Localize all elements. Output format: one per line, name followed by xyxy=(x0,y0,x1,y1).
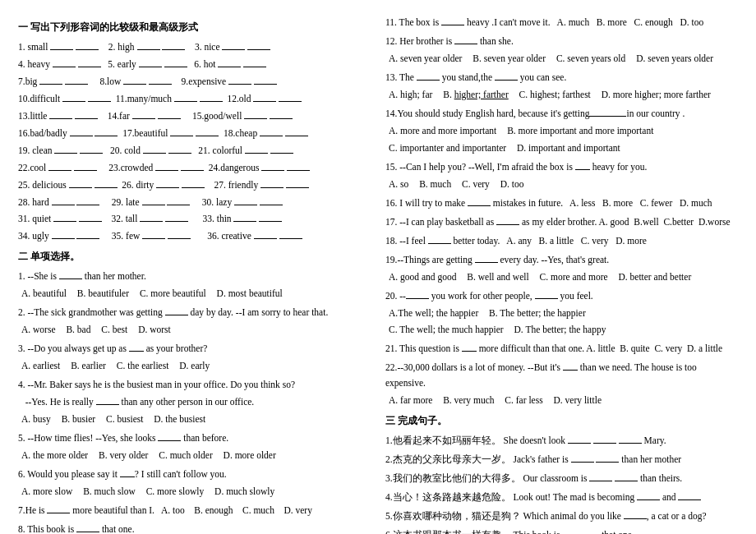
question-4: 4. --Mr. Baker says he is the busiest ma… xyxy=(18,377,371,427)
question-22: 22.--30,000 dollars is a lot of money. -… xyxy=(385,360,738,408)
sentence-4: 4.当心！这条路越来越危险。 Look out! The mad is beco… xyxy=(385,490,738,505)
question-7: 7.He is more beautiful than I. A. too B.… xyxy=(18,503,371,518)
question-15: 15. --Can I help you? --Well, I'm afraid… xyxy=(385,159,738,192)
question-20: 20. -- you work for other people, you fe… xyxy=(385,288,738,338)
right-column: 11. The box is heavy .I can't move it. A… xyxy=(385,15,738,534)
question-6: 6. Would you please say it ? I still can… xyxy=(18,467,371,499)
question-17: 17. --I can play basketball as as my eld… xyxy=(385,214,738,230)
sentence-3: 3.我们的教室比他们的大得多。 Our classroom is than th… xyxy=(385,471,738,486)
vocab-row: 13.little 14.far 15.good/well xyxy=(18,108,371,124)
question-5: 5. --How time flies! --Yes, she looks th… xyxy=(18,430,371,463)
vocab-row: 7.big 8.low 9.expensive xyxy=(18,74,371,90)
question-11: 11. The box is heavy .I can't move it. A… xyxy=(385,15,738,30)
vocab-row: 1. small 2. high 3. nice xyxy=(18,39,371,55)
vocab-row: 22.cool 23.crowded 24.dangerous xyxy=(18,160,371,176)
question-2: 2. --The sick grandmother was getting da… xyxy=(18,305,371,338)
sentence-1: 1.他看起来不如玛丽年轻。 She doesn't look Mary. xyxy=(385,433,738,449)
section2-title: 二 单项选择。 xyxy=(18,249,371,265)
vocab-grid: 1. small 2. high 3. nice 4. heavy 5. ear… xyxy=(18,39,371,245)
question-18: 18. --I feel better today. A. any B. a l… xyxy=(385,233,738,249)
question-19: 19.--Things are getting every day. --Yes… xyxy=(385,252,738,285)
question-12: 12. Her brother is than she. A. seven ye… xyxy=(385,34,738,67)
question-13: 13. The you stand,the you can see. A. hi… xyxy=(385,70,738,103)
vocab-row: 19. clean 20. cold 21. colorful xyxy=(18,143,371,159)
question-8: 8. This book is that one. A. as better a… xyxy=(18,522,371,534)
vocab-row: 31. quiet 32. tall 33. thin xyxy=(18,211,371,227)
vocab-row: 10.difficult 11.many/much 12.old xyxy=(18,91,371,107)
vocab-row: 16.bad/badly 17.beautiful 18.cheap xyxy=(18,126,371,141)
question-1: 1. --She is than her mother. A. beautifu… xyxy=(18,269,371,302)
vocab-row: 25. delicious 26. dirty 27. friendly xyxy=(18,177,371,193)
page-container: 一 写出下列形容词的比较级和最高级形式 1. small 2. high 3. … xyxy=(18,15,738,534)
vocab-row: 28. hard 29. late 30. lazy xyxy=(18,195,371,210)
vocab-row: 34. ugly 35. few 36. creative xyxy=(18,228,371,244)
question-3: 3. --Do you always get up as as your bro… xyxy=(18,341,371,374)
question-21: 21. This question is more difficult than… xyxy=(385,341,738,357)
sentence-5: 5.你喜欢哪种动物，猫还是狗？ Which animal do you like… xyxy=(385,509,738,524)
section3-title: 三 完成句子。 xyxy=(385,413,738,430)
section1-title: 一 写出下列形容词的比较级和最高级形式 xyxy=(18,20,371,36)
sentence-6: 6.这本书跟那本书一样有趣。 This book is that one. xyxy=(385,527,738,534)
question-14: 14.You should study English hard, becaus… xyxy=(385,106,738,156)
vocab-row: 4. heavy 5. early 6. hot xyxy=(18,57,371,72)
sentence-2: 2.杰克的父亲比母亲大一岁。 Jack's father is than her… xyxy=(385,452,738,467)
question-16: 16. I will try to make mistakes in futur… xyxy=(385,196,738,211)
left-column: 一 写出下列形容词的比较级和最高级形式 1. small 2. high 3. … xyxy=(18,15,371,534)
